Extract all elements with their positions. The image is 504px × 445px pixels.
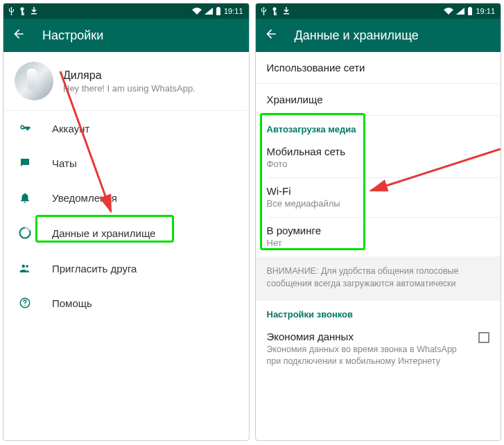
svg-rect-2 <box>21 12 24 14</box>
item-subtitle: Все медиафайлы <box>267 198 490 209</box>
setting-label: Помощь <box>52 297 92 309</box>
wifi-icon <box>192 8 202 15</box>
app-bar: Настройки <box>3 19 249 52</box>
item-subtitle: Нет <box>267 238 490 248</box>
item-label: Хранилище <box>267 94 490 105</box>
svg-rect-18 <box>468 8 472 15</box>
status-right: 19:11 <box>444 7 495 15</box>
profile-name: Диляра <box>63 69 195 82</box>
svg-rect-3 <box>21 15 24 16</box>
setting-item-notifications[interactable]: Уведомления <box>3 180 249 215</box>
item-title: Wi-Fi <box>267 185 490 197</box>
svg-rect-5 <box>216 8 220 15</box>
help-icon <box>17 297 33 309</box>
section-autodownload: Автозагрузка медиа Мобильная сеть Фото W… <box>256 115 501 256</box>
status-left <box>261 7 290 15</box>
setting-item-account[interactable]: Аккаунт <box>3 111 249 146</box>
item-roaming[interactable]: В роуминге Нет <box>256 218 501 256</box>
svg-point-9 <box>26 265 28 268</box>
item-network-usage[interactable]: Использование сети <box>256 52 501 83</box>
usb-icon <box>261 7 266 15</box>
setting-item-chats[interactable]: Чаты <box>3 146 249 180</box>
setting-label: Аккаунт <box>52 123 89 134</box>
appbar-title: Настройки <box>42 28 103 43</box>
voice-note: ВНИМАНИЕ: Для удобства общения голосовые… <box>256 256 501 301</box>
section-title-autodownload: Автозагрузка медиа <box>256 116 501 139</box>
status-right: 19:11 <box>192 7 243 15</box>
setting-item-data[interactable]: Данные и хранилище <box>3 215 249 251</box>
people-icon <box>17 262 33 274</box>
item-storage[interactable]: Хранилище <box>256 84 501 115</box>
back-arrow-icon <box>12 27 26 41</box>
signal-icon <box>205 8 213 15</box>
item-data-saver[interactable]: Экономия данных Экономия данных во время… <box>256 324 501 378</box>
item-subtitle: Экономия данных во время звонка в WhatsA… <box>267 344 472 367</box>
phone-right-data-storage: 19:11 Данные и хранилище Использование с… <box>255 3 502 441</box>
settings-list: Аккаунт Чаты Уведомления Данные и хранил… <box>3 111 249 320</box>
status-bar: 19:11 <box>3 3 249 19</box>
setting-item-help[interactable]: Помощь <box>3 286 249 320</box>
download-icon <box>283 7 290 15</box>
chat-icon <box>17 157 33 169</box>
bell-icon <box>17 191 33 204</box>
checkbox-unchecked[interactable] <box>478 332 489 343</box>
svg-rect-15 <box>274 12 277 14</box>
signal-icon <box>456 8 464 15</box>
usb-icon <box>9 7 14 15</box>
status-bar: 19:11 <box>256 3 501 19</box>
avatar <box>15 62 53 101</box>
profile-row[interactable]: Диляра Hey there! I am using WhatsApp. <box>3 52 249 110</box>
svg-rect-4 <box>31 13 37 15</box>
key-icon <box>19 7 25 15</box>
svg-rect-16 <box>274 15 277 16</box>
item-mobile-data[interactable]: Мобильная сеть Фото <box>256 139 501 177</box>
svg-point-0 <box>21 8 24 11</box>
status-time: 19:11 <box>224 7 243 15</box>
setting-label: Чаты <box>52 157 77 169</box>
svg-point-8 <box>22 265 26 268</box>
setting-label: Уведомления <box>52 192 117 204</box>
svg-rect-17 <box>284 13 289 15</box>
item-title: Мобильная сеть <box>267 146 490 157</box>
phone-left-settings: 19:11 Настройки Диляра Hey there! I am u… <box>3 3 250 441</box>
key-icon <box>17 122 33 134</box>
profile-status: Hey there! I am using WhatsApp. <box>63 83 195 94</box>
download-icon <box>31 7 37 15</box>
svg-point-11 <box>24 305 26 306</box>
battery-icon <box>467 7 473 15</box>
battery-icon <box>216 7 221 15</box>
svg-rect-19 <box>469 7 471 8</box>
section-title-calls: Настройки звонков <box>256 301 501 324</box>
back-arrow-icon <box>264 27 278 41</box>
appbar-title: Данные и хранилище <box>295 28 419 43</box>
back-button[interactable] <box>264 27 278 44</box>
app-bar: Данные и хранилище <box>256 19 501 52</box>
item-wifi[interactable]: Wi-Fi Все медиафайлы <box>256 178 501 217</box>
wifi-icon <box>444 8 453 15</box>
status-time: 19:11 <box>476 7 495 15</box>
setting-label: Данные и хранилище <box>52 227 155 239</box>
item-title: В роуминге <box>267 225 490 236</box>
item-label: Использование сети <box>267 62 490 73</box>
item-subtitle: Фото <box>267 159 490 169</box>
svg-point-13 <box>272 8 276 11</box>
data-usage-icon <box>17 226 33 240</box>
back-button[interactable] <box>12 27 26 44</box>
svg-rect-6 <box>217 7 219 8</box>
status-left <box>9 7 37 15</box>
item-title: Экономия данных <box>267 331 472 342</box>
key-icon <box>272 7 277 15</box>
setting-label: Пригласить друга <box>52 263 137 274</box>
setting-item-invite[interactable]: Пригласить друга <box>3 251 249 286</box>
